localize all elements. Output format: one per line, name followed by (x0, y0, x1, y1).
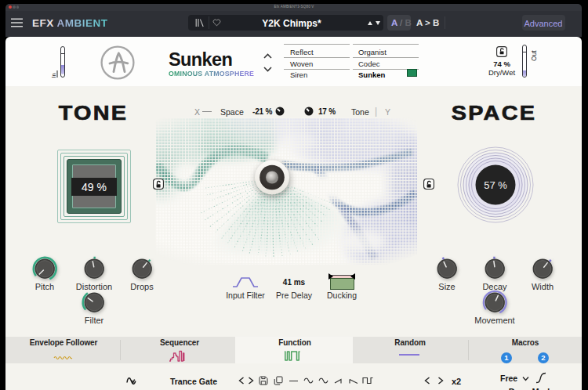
svg-text:In: In (50, 73, 57, 78)
svg-text:57 %: 57 % (484, 179, 507, 191)
svg-text:Out: Out (530, 50, 538, 61)
